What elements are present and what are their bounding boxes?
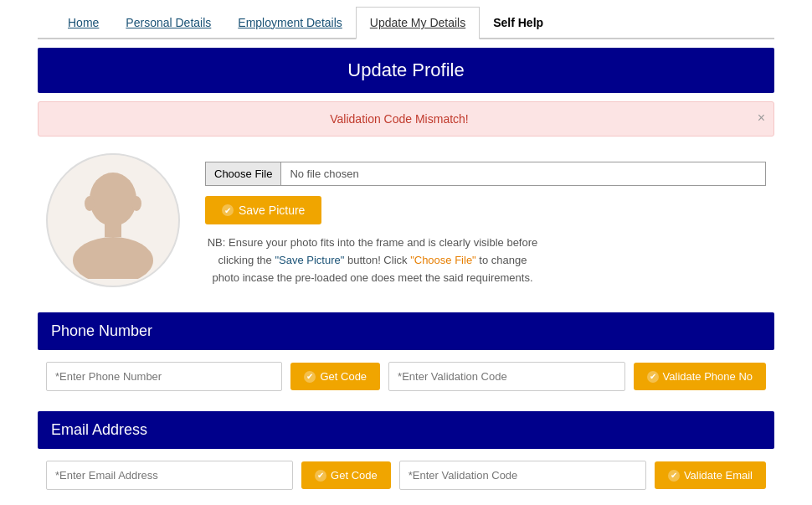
email-section-header: Email Address: [38, 411, 774, 449]
save-picture-button[interactable]: ✔ Save Picture: [205, 196, 321, 224]
page-title: Update Profile: [38, 48, 774, 93]
validate-email-check-icon: ✔: [668, 470, 680, 482]
nav-home[interactable]: Home: [54, 8, 112, 38]
alert-close-button[interactable]: ×: [758, 111, 765, 126]
nav-update-my-details[interactable]: Update My Details: [356, 7, 480, 39]
avatar-image: [63, 162, 163, 279]
validation-alert: Validation Code Mismatch! ×: [38, 101, 774, 137]
navigation: Home Personal Details Employment Details…: [38, 0, 774, 39]
svg-point-3: [85, 196, 95, 211]
email-section-body: ✔ Get Code ✔ Validate Email: [38, 449, 774, 502]
svg-point-4: [131, 196, 141, 211]
save-picture-label: Save Picture: [239, 204, 305, 217]
choose-file-button[interactable]: Choose File: [206, 162, 281, 185]
get-code-check-icon: ✔: [304, 371, 316, 383]
nav-personal-details[interactable]: Personal Details: [112, 8, 224, 38]
nav-employment-details[interactable]: Employment Details: [224, 8, 356, 38]
email-address-input[interactable]: [46, 461, 293, 490]
svg-point-0: [90, 173, 136, 226]
save-picture-check-icon: ✔: [222, 204, 234, 216]
validate-email-label: Validate Email: [684, 469, 753, 482]
svg-rect-1: [105, 222, 121, 237]
email-get-code-check-icon: ✔: [315, 470, 326, 482]
validate-email-button[interactable]: ✔ Validate Email: [655, 461, 766, 489]
email-input-row: ✔ Get Code ✔ Validate Email: [46, 461, 766, 490]
svg-point-2: [73, 237, 153, 279]
email-get-code-button[interactable]: ✔ Get Code: [301, 461, 391, 489]
phone-section-body: ✔ Get Code ✔ Validate Phone No: [38, 350, 774, 403]
avatar: [46, 153, 180, 287]
upload-area: Choose File No file chosen ✔ Save Pictur…: [205, 153, 766, 286]
nav-self-help[interactable]: Self Help: [480, 8, 557, 38]
phone-section-header: Phone Number: [38, 312, 774, 350]
note-save-ref: "Save Picture": [275, 254, 344, 266]
phone-input-row: ✔ Get Code ✔ Validate Phone No: [46, 362, 766, 391]
phone-number-input[interactable]: [46, 362, 282, 391]
photo-section: Choose File No file chosen ✔ Save Pictur…: [38, 137, 774, 304]
email-get-code-label: Get Code: [331, 469, 378, 482]
file-input-container: Choose File No file chosen: [205, 162, 766, 186]
file-name-label: No file chosen: [281, 162, 765, 185]
validate-phone-check-icon: ✔: [647, 371, 659, 383]
phone-get-code-button[interactable]: ✔ Get Code: [290, 363, 380, 390]
phone-validation-code-input[interactable]: [388, 362, 624, 391]
validate-phone-label: Validate Phone No: [663, 370, 753, 383]
alert-message: Validation Code Mismatch!: [330, 112, 468, 126]
photo-note: NB: Ensure your photo fits into the fram…: [205, 234, 540, 286]
email-validation-code-input[interactable]: [399, 461, 646, 490]
note-choose-ref: "Choose File": [410, 254, 476, 266]
validate-phone-button[interactable]: ✔ Validate Phone No: [634, 363, 766, 390]
get-code-label: Get Code: [320, 370, 367, 383]
